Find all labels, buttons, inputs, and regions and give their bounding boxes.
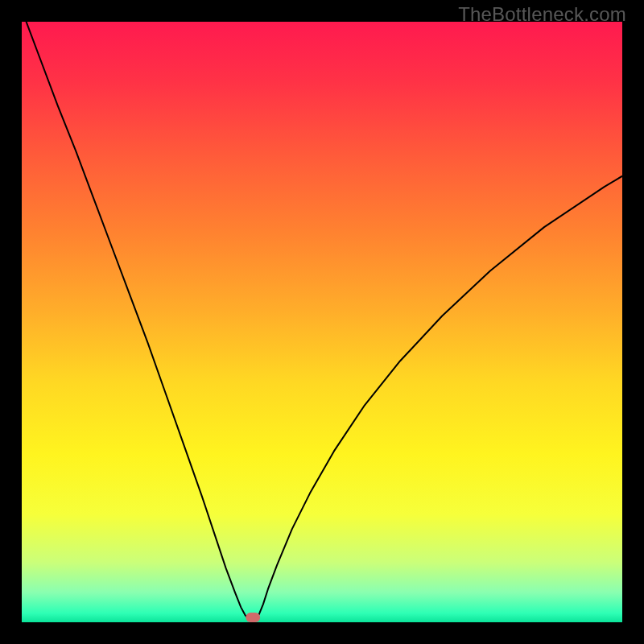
watermark-text: TheBottleneck.com — [458, 3, 626, 26]
chart-frame: TheBottleneck.com — [0, 0, 644, 644]
bottleneck-chart — [22, 22, 622, 622]
optimal-marker — [246, 613, 260, 622]
gradient-background — [22, 22, 622, 622]
